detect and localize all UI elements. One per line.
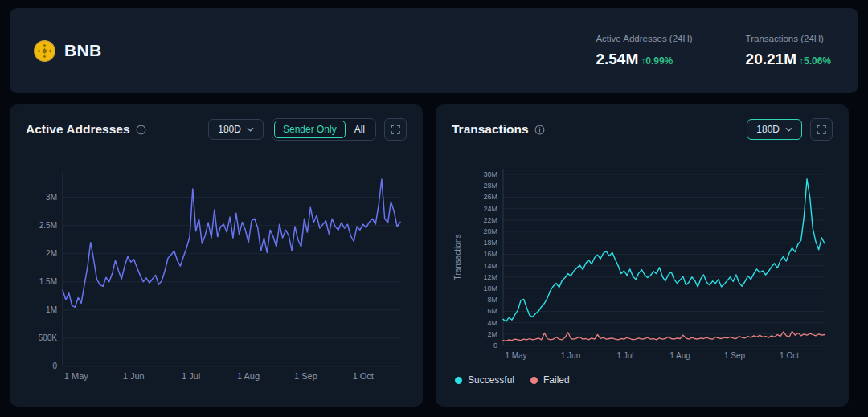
transactions-card: Transactions 180D	[436, 104, 849, 407]
card-title: Transactions	[452, 122, 529, 137]
svg-text:1 Oct: 1 Oct	[780, 351, 799, 360]
svg-text:Transactions: Transactions	[453, 235, 462, 280]
legend-label: Successful	[468, 374, 514, 386]
legend-dot-successful	[455, 377, 462, 384]
svg-text:1 Oct: 1 Oct	[353, 371, 374, 381]
expand-icon	[391, 125, 400, 134]
svg-text:24M: 24M	[483, 205, 497, 213]
stat-label: Active Addresses (24H)	[596, 34, 692, 43]
svg-text:0: 0	[52, 362, 57, 370]
stat-transactions-24h: Transactions (24H) 20.21M ↑5.06%	[746, 34, 831, 68]
svg-text:22M: 22M	[483, 216, 497, 224]
svg-text:0: 0	[493, 341, 497, 350]
svg-text:26M: 26M	[483, 193, 497, 201]
expand-button[interactable]	[384, 118, 407, 141]
svg-text:1M: 1M	[46, 305, 57, 314]
range-dropdown[interactable]: 180D	[208, 119, 264, 140]
legend-item-successful[interactable]: Successful	[455, 374, 514, 386]
legend-dot-failed	[530, 377, 538, 384]
svg-text:6M: 6M	[487, 307, 497, 315]
header-stats: Active Addresses (24H) 2.54M ↑0.99% Tran…	[596, 34, 831, 68]
info-icon[interactable]	[534, 125, 545, 135]
svg-text:14M: 14M	[483, 262, 497, 270]
stat-change-up: ↑5.06%	[799, 55, 831, 67]
svg-text:1 May: 1 May	[505, 351, 526, 360]
svg-text:1 Aug: 1 Aug	[669, 351, 690, 360]
stat-active-addresses-24h: Active Addresses (24H) 2.54M ↑0.99%	[596, 34, 692, 68]
svg-text:2M: 2M	[46, 249, 57, 258]
svg-text:500K: 500K	[39, 333, 58, 342]
sender-toggle-group: Sender Only All	[272, 118, 376, 141]
stat-label: Transactions (24H)	[746, 34, 831, 43]
stat-value: 2.54M	[596, 51, 638, 68]
toggle-sender-only[interactable]: Sender Only	[274, 121, 346, 138]
bnb-dashboard: BNB Active Addresses (24H) 2.54M ↑0.99% …	[0, 0, 868, 415]
info-icon[interactable]	[136, 125, 146, 135]
svg-text:16M: 16M	[483, 250, 497, 258]
active-addresses-chart: 0500K1M1.5M2M2.5M3M1 May1 Jun1 Jul1 Aug1…	[26, 161, 407, 387]
svg-text:1 May: 1 May	[64, 371, 88, 381]
svg-text:2M: 2M	[487, 330, 497, 338]
bnb-coin-icon	[34, 40, 55, 62]
svg-text:10M: 10M	[483, 284, 497, 292]
svg-text:3M: 3M	[46, 193, 57, 202]
svg-text:1 Jul: 1 Jul	[182, 371, 200, 381]
stat-change-up: ↑0.99%	[641, 55, 673, 67]
chevron-down-icon	[247, 127, 254, 132]
svg-text:30M: 30M	[483, 170, 497, 178]
coin-name: BNB	[64, 41, 101, 60]
svg-text:12M: 12M	[483, 273, 497, 281]
chart-legend: Successful Failed	[452, 374, 833, 386]
svg-text:1 Sep: 1 Sep	[294, 371, 317, 381]
charts-row: Active Addresses 180D	[10, 104, 858, 407]
expand-icon	[817, 125, 826, 134]
active-addresses-card: Active Addresses 180D	[10, 104, 423, 407]
svg-text:1 Jun: 1 Jun	[561, 351, 580, 360]
coin-identity: BNB	[34, 40, 101, 62]
svg-text:18M: 18M	[483, 239, 497, 247]
range-dropdown[interactable]: 180D	[747, 119, 802, 140]
transactions-chart: 02M4M6M8M10M12M14M16M18M20M22M24M26M28M3…	[452, 162, 833, 365]
svg-text:1 Aug: 1 Aug	[237, 371, 260, 381]
svg-text:1 Jun: 1 Jun	[123, 371, 145, 381]
expand-button[interactable]	[810, 118, 833, 141]
card-title: Active Addresses	[26, 122, 130, 137]
chevron-down-icon	[785, 127, 792, 132]
svg-text:1.5M: 1.5M	[39, 277, 57, 286]
toggle-all[interactable]: All	[346, 121, 374, 138]
svg-text:28M: 28M	[483, 182, 497, 190]
header-bar: BNB Active Addresses (24H) 2.54M ↑0.99% …	[10, 8, 858, 93]
svg-text:20M: 20M	[483, 227, 497, 235]
range-value: 180D	[756, 124, 780, 135]
svg-text:1 Jul: 1 Jul	[616, 351, 633, 360]
stat-value: 20.21M	[746, 51, 796, 68]
legend-item-failed[interactable]: Failed	[530, 374, 570, 386]
legend-label: Failed	[543, 374, 570, 386]
svg-text:8M: 8M	[487, 296, 497, 304]
svg-text:2.5M: 2.5M	[39, 221, 57, 230]
svg-text:1 Sep: 1 Sep	[724, 351, 746, 360]
svg-text:4M: 4M	[487, 319, 497, 327]
range-value: 180D	[218, 124, 241, 135]
